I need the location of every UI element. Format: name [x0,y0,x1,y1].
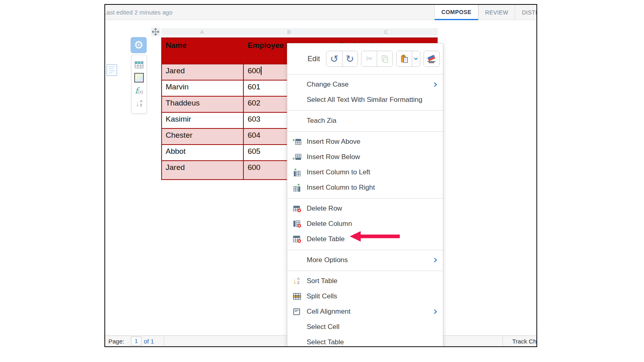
settings-gear-icon: ⚙ [134,40,143,51]
menu-item-insert-column-to-right[interactable]: Insert Column to Right [287,180,443,195]
cell-name[interactable]: Thaddeus [162,97,244,113]
submenu-chevron-icon [434,82,437,89]
undo-icon: ↺ [330,54,339,64]
undo-button[interactable]: ↺ [326,51,342,66]
delete-table-icon [293,236,307,243]
cell-name[interactable]: Kasimir [162,113,244,129]
sort-table-icon: ↓AZ [293,277,307,285]
insert-column-right-icon [293,184,307,192]
delete-row-icon [293,205,307,213]
menu-item-delete-table[interactable]: Delete Table [287,232,443,247]
edit-toolbar: Edit ↺ ↻ ✂ [287,43,443,74]
delete-column-icon [293,220,307,228]
tab-compose[interactable]: COMPOSE [434,5,478,20]
topbar: Last edited 2 minutes ago COMPOSE REVIEW… [105,5,536,20]
cut-icon: ✂ [366,54,373,64]
ruler-column-a[interactable]: A [200,29,204,35]
cell-name[interactable]: Abbot [162,145,244,161]
menu-item-select-cell[interactable]: Select Cell [287,319,443,335]
cell-name[interactable]: Jared [162,64,244,81]
header-cell-name[interactable]: Name [162,38,244,64]
cell-alignment-icon [293,308,307,315]
menu-item-delete-row[interactable]: Delete Row [287,201,443,216]
insert-row-above-icon [293,138,307,145]
last-edited-status: Last edited 2 minutes ago [104,9,172,16]
table-color-button[interactable] [133,72,145,83]
menu-item-select-table[interactable]: Select Table [287,335,443,347]
paste-icon [400,54,409,64]
ruler-column-b[interactable]: B [287,29,291,35]
sort-button[interactable]: ↓AZ [133,98,145,109]
track-changes-toggle[interactable]: Track Changes [512,338,537,345]
menu-item-delete-column[interactable]: Delete Table Delete Column [287,216,443,232]
menu-item-select-all-similar-formatting[interactable]: Select All Text With Similar Formatting [287,92,443,108]
tab-distribute[interactable]: DISTRIBUTE [515,5,537,20]
color-gradient-icon [134,73,144,83]
column-ruler: A B C [161,28,438,35]
eraser-icon [426,54,436,63]
format-eraser-button[interactable] [424,51,439,66]
move-arrows-icon [152,28,159,35]
text-caret [261,66,262,75]
sort-az-icon: ↓AZ [136,99,143,108]
formula-button[interactable]: f(x) [133,85,145,96]
menu-item-insert-row-below[interactable]: Insert Row Below [287,149,443,165]
copy-button[interactable] [377,51,392,66]
menu-item-teach-zia[interactable]: Teach Zia [287,113,443,128]
insert-table-button[interactable] [133,60,145,70]
copy-icon [381,55,389,63]
page-label: Page: [108,338,124,345]
paste-button[interactable] [397,51,412,66]
cut-button[interactable]: ✂ [361,51,377,66]
doc-outline-icon[interactable] [106,64,117,76]
page-count-label: of 1 [144,338,154,345]
submenu-chevron-icon [434,257,437,265]
function-icon: f(x) [135,86,143,95]
table-settings-button[interactable]: ⚙ [131,37,147,53]
insert-column-left-icon [293,169,307,176]
menu-item-change-case[interactable]: Change Case [287,77,443,92]
table-side-toolbar: f(x) ↓AZ [131,55,147,114]
insert-table-icon [135,61,143,68]
tab-review[interactable]: REVIEW [478,5,515,20]
page-number-input[interactable]: 1 [131,337,141,345]
paste-dropdown-chevron-icon [413,57,418,60]
paste-options-dropdown[interactable] [412,51,420,66]
menu-item-split-cells[interactable]: Split Cells [287,289,443,304]
menu-item-insert-row-above[interactable]: Insert Row Above [287,134,443,149]
menu-item-insert-column-to-left[interactable]: Insert Column to Left [287,165,443,180]
redo-icon: ↻ [346,54,354,64]
insert-row-below-icon [293,153,307,161]
cell-name[interactable]: Jared [162,161,244,180]
table-context-menu: Edit ↺ ↻ ✂ [287,43,443,347]
menu-item-sort-table[interactable]: ↓AZ Sort Table [287,273,443,289]
cell-name[interactable]: Marvin [162,81,244,97]
menu-item-cell-alignment[interactable]: Cell Alignment [287,304,443,319]
edit-label: Edit [307,55,326,63]
cell-name[interactable]: Chester [162,129,244,145]
table-move-handle[interactable] [151,27,160,36]
submenu-chevron-icon [434,309,437,316]
ruler-column-c[interactable]: C [384,29,388,35]
split-cells-icon [293,293,307,300]
redo-button[interactable]: ↻ [342,51,357,66]
editor-window: Last edited 2 minutes ago COMPOSE REVIEW… [104,4,537,347]
menu-item-more-options[interactable]: More Options [287,252,443,268]
